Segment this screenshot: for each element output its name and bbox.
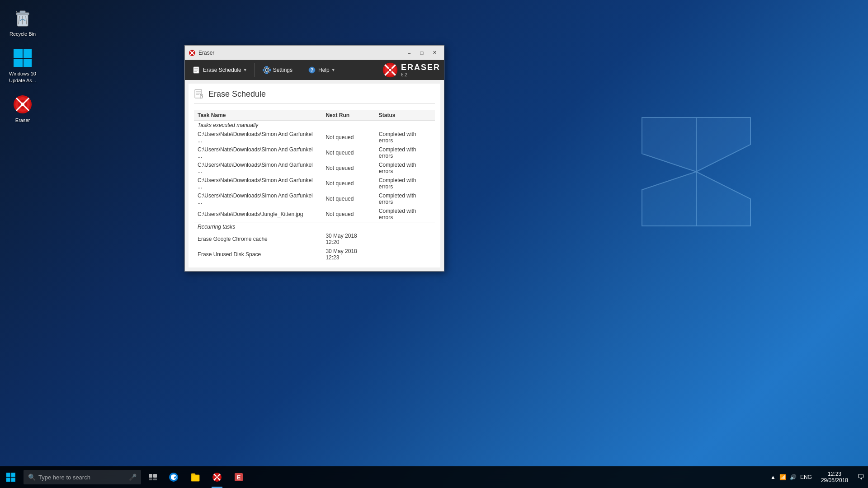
task-status-cell: Completed with errors bbox=[375, 176, 435, 191]
svg-point-23 bbox=[191, 52, 193, 54]
clock-date: 29/05/2018 bbox=[821, 477, 848, 483]
minimize-button[interactable]: – bbox=[403, 48, 415, 57]
svg-rect-54 bbox=[149, 479, 152, 480]
taskbar-apps: E bbox=[163, 466, 250, 488]
settings-icon bbox=[262, 66, 271, 75]
erase-schedule-label: Erase Schedule bbox=[203, 67, 241, 73]
table-row[interactable]: Erase Unused Disk Space30 May 2018 12:23 bbox=[194, 247, 435, 262]
help-label: Help bbox=[318, 67, 330, 73]
svg-text:E: E bbox=[237, 474, 241, 481]
svg-text:?: ? bbox=[311, 68, 313, 73]
schedule-table: Task Name Next Run Status Tasks executed… bbox=[194, 110, 435, 262]
table-row[interactable]: C:\Users\Nate\Downloads\Simon And Garfun… bbox=[194, 160, 435, 176]
task-next-run-cell: 30 May 2018 12:23 bbox=[322, 247, 375, 262]
desktop-icon-windows-update[interactable]: Windows 10 Update As... bbox=[5, 44, 41, 86]
window-controls: – □ ✕ bbox=[403, 48, 440, 57]
eraser-logo-text: ERASER bbox=[401, 63, 440, 72]
svg-rect-12 bbox=[14, 59, 23, 67]
task-status-cell: Completed with errors bbox=[375, 206, 435, 222]
toolbar-sep-2 bbox=[300, 63, 300, 77]
table-row[interactable]: Erase Google Chrome cache30 May 2018 12:… bbox=[194, 231, 435, 247]
taskbar-search[interactable]: 🔍 Type here to search 🎤 bbox=[24, 470, 141, 484]
eraser-desk-icon bbox=[12, 94, 33, 115]
task-name-cell: C:\Users\Nate\Downloads\Simon And Garfun… bbox=[194, 130, 322, 145]
svg-rect-51 bbox=[11, 478, 15, 482]
settings-button[interactable]: Settings bbox=[259, 64, 296, 76]
windows-update-label: Windows 10 Update As... bbox=[7, 70, 38, 84]
svg-marker-0 bbox=[642, 117, 696, 172]
svg-point-62 bbox=[216, 476, 218, 478]
taskbar-mic-icon: 🎤 bbox=[129, 474, 137, 481]
taskbar-app-extra[interactable]: E bbox=[228, 466, 250, 488]
eraser-toolbar: Erase Schedule ▼ Settings bbox=[185, 60, 444, 80]
task-next-run-cell: Not queued bbox=[322, 191, 375, 206]
chevron-up-icon[interactable]: ▲ bbox=[770, 474, 776, 480]
help-icon: ? bbox=[307, 66, 316, 75]
task-next-run-cell: 30 May 2018 12:20 bbox=[322, 231, 375, 247]
task-status-cell: Completed with errors bbox=[375, 160, 435, 176]
task-name-cell: C:\Users\Nate\Downloads\Jungle_Kitten.jp… bbox=[194, 206, 322, 222]
erase-schedule-button[interactable]: Erase Schedule ▼ bbox=[189, 64, 251, 76]
taskbar-app-edge[interactable] bbox=[163, 466, 184, 488]
desktop-icons: Recycle Bin Windows 10 Update As... bbox=[0, 0, 45, 131]
svg-marker-2 bbox=[642, 172, 696, 226]
table-row[interactable]: C:\Users\Nate\Downloads\Simon And Garfun… bbox=[194, 130, 435, 145]
language-indicator[interactable]: ENG bbox=[800, 474, 812, 480]
svg-rect-33 bbox=[269, 69, 271, 71]
start-button[interactable] bbox=[0, 466, 22, 488]
help-arrow: ▼ bbox=[331, 68, 335, 72]
svg-rect-11 bbox=[24, 49, 32, 58]
taskbar: 🔍 Type here to search 🎤 bbox=[0, 466, 868, 488]
taskbar-sys-icons: ▲ 📶 🔊 ENG bbox=[767, 466, 816, 488]
svg-rect-57 bbox=[191, 475, 199, 481]
svg-rect-10 bbox=[14, 49, 23, 58]
table-row[interactable]: C:\Users\Nate\Downloads\Simon And Garfun… bbox=[194, 145, 435, 160]
desktop-icon-recycle-bin[interactable]: Recycle Bin bbox=[5, 5, 41, 40]
section-header-1: Recurring tasks bbox=[194, 222, 435, 231]
svg-marker-1 bbox=[696, 117, 750, 172]
section-label-1: Recurring tasks bbox=[194, 222, 435, 231]
recycle-bin-label: Recycle Bin bbox=[9, 31, 36, 37]
network-icon[interactable]: 📶 bbox=[779, 474, 786, 480]
task-view-button[interactable] bbox=[143, 466, 163, 488]
taskbar-clock[interactable]: 12:23 29/05/2018 bbox=[816, 466, 854, 488]
table-row[interactable]: C:\Users\Nate\Downloads\Simon And Garfun… bbox=[194, 176, 435, 191]
toolbar-sep-1 bbox=[255, 63, 255, 77]
task-next-run-cell: Not queued bbox=[322, 160, 375, 176]
taskbar-app-explorer[interactable] bbox=[184, 466, 206, 488]
windows-update-icon bbox=[12, 47, 33, 69]
table-row[interactable]: C:\Users\Nate\Downloads\Simon And Garfun… bbox=[194, 191, 435, 206]
task-name-cell: Erase Google Chrome cache bbox=[194, 231, 322, 247]
notification-center-button[interactable]: 🗨 bbox=[854, 466, 868, 488]
table-row[interactable]: C:\Users\Nate\Downloads\Jungle_Kitten.jp… bbox=[194, 206, 435, 222]
svg-point-41 bbox=[389, 69, 391, 71]
eraser-logo-version: 6.2 bbox=[401, 72, 440, 77]
close-button[interactable]: ✕ bbox=[429, 48, 440, 57]
help-button[interactable]: ? Help ▼ bbox=[304, 64, 339, 76]
svg-rect-55 bbox=[153, 479, 157, 480]
desktop-icon-eraser[interactable]: Eraser bbox=[5, 91, 41, 126]
col-next-run: Next Run bbox=[322, 110, 375, 121]
erase-schedule-header: Erase Schedule bbox=[194, 89, 435, 104]
col-status: Status bbox=[375, 110, 435, 121]
erase-schedule-icon bbox=[192, 66, 201, 75]
taskbar-app-eraser[interactable] bbox=[206, 466, 228, 488]
svg-rect-48 bbox=[6, 473, 10, 477]
table-header-row: Task Name Next Run Status bbox=[194, 110, 435, 121]
svg-point-29 bbox=[265, 69, 268, 71]
section-header-0: Tasks executed manually bbox=[194, 121, 435, 130]
task-status-cell bbox=[375, 247, 435, 262]
volume-icon[interactable]: 🔊 bbox=[790, 474, 797, 480]
task-name-cell: C:\Users\Nate\Downloads\Simon And Garfun… bbox=[194, 145, 322, 160]
task-name-cell: C:\Users\Nate\Downloads\Simon And Garfun… bbox=[194, 176, 322, 191]
task-name-cell: Erase Unused Disk Space bbox=[194, 247, 322, 262]
svg-rect-13 bbox=[24, 59, 32, 67]
task-name-cell: C:\Users\Nate\Downloads\Simon And Garfun… bbox=[194, 160, 322, 176]
col-task-name: Task Name bbox=[194, 110, 322, 121]
eraser-desk-label: Eraser bbox=[15, 117, 30, 123]
schedule-page-icon bbox=[194, 89, 204, 99]
maximize-button[interactable]: □ bbox=[416, 48, 428, 57]
erase-schedule-arrow: ▼ bbox=[243, 68, 247, 72]
settings-label: Settings bbox=[273, 67, 292, 73]
taskbar-right: ▲ 📶 🔊 ENG 12:23 29/05/2018 🗨 bbox=[767, 466, 868, 488]
